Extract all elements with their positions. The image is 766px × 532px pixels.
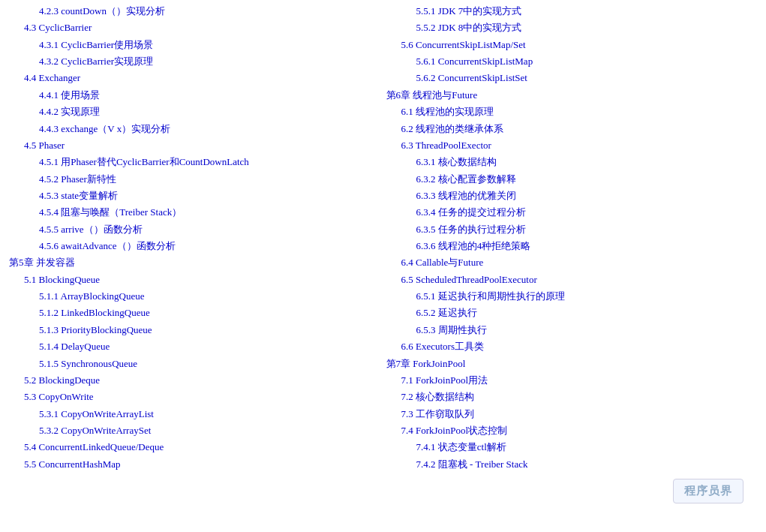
toc-link[interactable]: 5.3 CopyOnWrite — [9, 389, 380, 405]
toc-link[interactable]: 6.3.1 核心数据结构 — [386, 154, 758, 170]
toc-link[interactable]: 6.2 线程池的类继承体系 — [386, 121, 758, 137]
toc-link[interactable]: 6.5.3 周期性执行 — [386, 322, 758, 338]
toc-link[interactable]: 7.3 工作窃取队列 — [386, 406, 758, 422]
right-column: 5.5.1 JDK 7中的实现方式5.5.2 JDK 8中的实现方式5.6 Co… — [383, 3, 761, 529]
toc-link[interactable]: 4.5.4 阻塞与唤醒（Treiber Stack） — [9, 204, 380, 221]
toc-link[interactable]: 5.1.5 SynchronousQueue — [9, 356, 380, 372]
toc-link[interactable]: 5.3.1 CopyOnWriteArrayList — [9, 406, 380, 422]
toc-link[interactable]: 6.5 ScheduledThreadPoolExecutor — [386, 272, 758, 288]
toc-link[interactable]: 4.5.3 state变量解析 — [9, 188, 380, 204]
toc-link[interactable]: 第7章 ForkJoinPool — [386, 356, 758, 372]
toc-link[interactable]: 6.3.4 任务的提交过程分析 — [386, 204, 758, 221]
toc-link[interactable]: 5.2 BlockingDeque — [9, 372, 380, 389]
toc-link[interactable]: 5.3.2 CopyOnWriteArraySet — [9, 422, 380, 439]
toc-link[interactable]: 5.6 ConcurrentSkipListMap/Set — [386, 37, 758, 53]
toc-link[interactable]: 5.1.1 ArrayBlockingQueue — [9, 288, 380, 305]
toc-link[interactable]: 6.3 ThreadPoolExector — [386, 137, 758, 154]
toc-link[interactable]: 5.5.2 JDK 8中的实现方式 — [386, 20, 758, 36]
toc-link[interactable]: 5.1.4 DelayQueue — [9, 338, 380, 355]
toc-link[interactable]: 4.5.6 awaitAdvance（）函数分析 — [9, 238, 380, 254]
toc-link[interactable]: 7.4.2 阻塞栈 - Treiber Stack — [386, 456, 758, 473]
toc-link[interactable]: 6.4 Callable与Future — [386, 254, 758, 271]
toc-link[interactable]: 4.4.2 实现原理 — [9, 104, 380, 120]
toc-link[interactable]: 5.5.1 JDK 7中的实现方式 — [386, 3, 758, 20]
toc-link[interactable]: 4.5.2 Phaser新特性 — [9, 171, 380, 188]
toc-link[interactable]: 5.1.2 LinkedBlockingQueue — [9, 305, 380, 321]
toc-link[interactable]: 4.3.1 CyclicBarrier使用场景 — [9, 37, 380, 53]
toc-link[interactable]: 4.5.5 arrive（）函数分析 — [9, 221, 380, 238]
toc-link[interactable]: 4.5.1 用Phaser替代CyclicBarrier和CountDownLa… — [9, 154, 380, 170]
toc-link[interactable]: 6.6 Executors工具类 — [386, 338, 758, 355]
toc-link[interactable]: 5.5 ConcurrentHashMap — [9, 456, 380, 473]
toc-link[interactable]: 4.4 Exchanger — [9, 70, 380, 86]
toc-link[interactable]: 5.1.3 PriorityBlockingQueue — [9, 322, 380, 338]
toc-link[interactable]: 6.3.5 任务的执行过程分析 — [386, 221, 758, 238]
toc-link[interactable]: 5.1 BlockingQueue — [9, 272, 380, 288]
toc-link[interactable]: 第5章 并发容器 — [9, 254, 380, 271]
toc-link[interactable]: 6.3.3 线程池的优雅关闭 — [386, 188, 758, 204]
toc-link[interactable]: 4.4.1 使用场景 — [9, 87, 380, 104]
toc-link[interactable]: 4.4.3 exchange（V x）实现分析 — [9, 121, 380, 137]
toc-link[interactable]: 6.1 线程池的实现原理 — [386, 104, 758, 120]
left-column: 4.2.3 countDown（）实现分析4.3 CyclicBarrier4.… — [6, 3, 383, 529]
toc-link[interactable]: 6.3.6 线程池的4种拒绝策略 — [386, 238, 758, 254]
toc-link[interactable]: 6.3.2 核心配置参数解释 — [386, 171, 758, 188]
toc-link[interactable]: 第6章 线程池与Future — [386, 87, 758, 104]
toc-link[interactable]: 7.4 ForkJoinPool状态控制 — [386, 422, 758, 439]
toc-link[interactable]: 4.3.2 CyclicBarrier实现原理 — [9, 53, 380, 70]
toc-container: 4.2.3 countDown（）实现分析4.3 CyclicBarrier4.… — [0, 0, 766, 532]
toc-link[interactable]: 6.5.2 延迟执行 — [386, 305, 758, 321]
toc-link[interactable]: 7.4.1 状态变量ctl解析 — [386, 439, 758, 455]
toc-link[interactable]: 7.2 核心数据结构 — [386, 389, 758, 405]
toc-link[interactable]: 4.5 Phaser — [9, 137, 380, 154]
toc-link[interactable]: 5.6.1 ConcurrentSkipListMap — [386, 53, 758, 70]
toc-link[interactable]: 6.5.1 延迟执行和周期性执行的原理 — [386, 288, 758, 305]
toc-link[interactable]: 5.6.2 ConcurrentSkipListSet — [386, 70, 758, 86]
toc-link[interactable]: 5.4 ConcurrentLinkedQueue/Deque — [9, 439, 380, 455]
toc-link[interactable]: 4.3 CyclicBarrier — [9, 20, 380, 36]
toc-link[interactable]: 4.2.3 countDown（）实现分析 — [9, 3, 380, 20]
toc-link[interactable]: 7.1 ForkJoinPool用法 — [386, 372, 758, 389]
